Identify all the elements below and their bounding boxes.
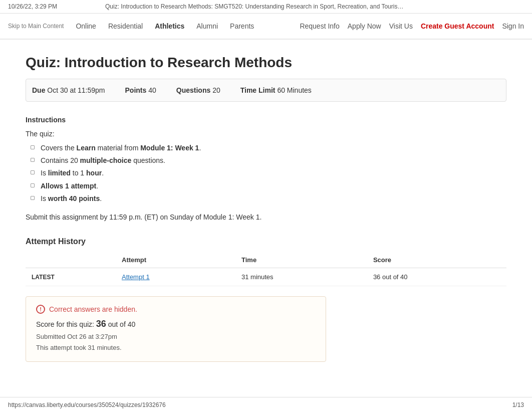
questions-value: 20 xyxy=(212,86,220,94)
attempt-table-header-row: Attempt Time Score xyxy=(26,252,506,268)
col-header-time: Time xyxy=(235,252,367,268)
questions-label: Questions xyxy=(176,86,210,94)
bullet-2: Contains 20 multiple-choice questions. xyxy=(36,154,506,167)
datetime: 10/26/22, 3:29 PM xyxy=(8,3,57,10)
attempt-table-header: Attempt Time Score xyxy=(26,252,506,268)
bullet-1: Covers the Learn material from Module 1:… xyxy=(36,142,506,154)
score-out-of: out of 40 xyxy=(108,320,136,328)
bullet-3: Is limited to 1 hour. xyxy=(36,167,506,179)
nav-create-guest[interactable]: Create Guest Account xyxy=(421,20,494,32)
bullet-5: Is worth 40 points. xyxy=(36,192,506,205)
submit-text: Submit this assignment by 11:59 p.m. (ET… xyxy=(26,213,506,221)
submitted-label: Submitted Oct 26 at 3:27pm xyxy=(36,331,316,342)
nav-item-athletics[interactable]: Athletics xyxy=(155,20,184,32)
quiz-time-limit: Time Limit 60 Minutes xyxy=(240,86,312,94)
row-status: LATEST xyxy=(26,268,116,286)
time-limit-value: 60 Minutes xyxy=(277,86,311,94)
nav-left: Skip to Main Content Online Residential … xyxy=(8,20,254,32)
quiz-title: Quiz: Introduction to Research Methods xyxy=(26,55,506,71)
due-label: Due xyxy=(32,86,45,94)
attempt-history-title: Attempt History xyxy=(26,237,506,246)
info-icon: ! xyxy=(36,305,45,314)
time-limit-label: Time Limit xyxy=(240,86,276,94)
nav-bar: Skip to Main Content Online Residential … xyxy=(0,14,532,40)
correct-answers-hidden: ! Correct answers are hidden. xyxy=(36,305,316,314)
row-score: 36 out of 40 xyxy=(367,268,506,286)
col-header-attempt: Attempt xyxy=(116,252,235,268)
col-header-score: Score xyxy=(367,252,506,268)
footer-url: https://canvas.liberty.edu/courses/35052… xyxy=(8,401,166,408)
top-bar: 10/26/22, 3:29 PM Quiz: Introduction to … xyxy=(0,0,532,14)
col-header-status xyxy=(26,252,116,268)
due-value: Oct 30 at 11:59pm xyxy=(47,86,105,94)
attempt-took: This attempt took 31 minutes. xyxy=(36,342,316,353)
instructions-title: Instructions xyxy=(26,116,506,124)
attempt-table-body: LATEST Attempt 1 31 minutes 36 out of 40 xyxy=(26,268,506,286)
main-content: Quiz: Introduction to Research Methods D… xyxy=(16,40,516,377)
footer-page: 1/13 xyxy=(512,401,524,408)
table-row: LATEST Attempt 1 31 minutes 36 out of 40 xyxy=(26,268,506,286)
score-number: 36 xyxy=(96,319,106,329)
nav-item-online[interactable]: Online xyxy=(76,20,96,32)
quiz-due: Due Oct 30 at 11:59pm xyxy=(32,86,105,94)
quiz-bullets: Covers the Learn material from Module 1:… xyxy=(36,142,506,205)
quiz-meta: Due Oct 30 at 11:59pm Points 40 Question… xyxy=(26,79,506,102)
nav-item-alumni[interactable]: Alumni xyxy=(196,20,218,32)
nav-right: Request Info Apply Now Visit Us Create G… xyxy=(300,20,524,32)
nav-skip-link[interactable]: Skip to Main Content xyxy=(8,21,64,32)
row-attempt: Attempt 1 xyxy=(116,268,235,286)
nav-request-info[interactable]: Request Info xyxy=(300,20,339,32)
attempt-table: Attempt Time Score LATEST Attempt 1 31 m… xyxy=(26,252,506,286)
hidden-message: Correct answers are hidden. xyxy=(49,305,137,313)
nav-apply-now[interactable]: Apply Now xyxy=(348,20,381,32)
page-tab-title: Quiz: Introduction to Research Methods: … xyxy=(105,3,406,10)
score-line: Score for this quiz: 36 out of 40 xyxy=(36,319,316,329)
instructions-section: Instructions The quiz: Covers the Learn … xyxy=(26,116,506,221)
score-summary: ! Correct answers are hidden. Score for … xyxy=(26,296,326,362)
points-value: 40 xyxy=(148,86,156,94)
points-label: Points xyxy=(125,86,147,94)
quiz-points: Points 40 xyxy=(125,86,156,94)
score-label: Score for this quiz: xyxy=(36,320,96,328)
latest-badge: LATEST xyxy=(32,274,55,281)
top-bar-left: 10/26/22, 3:29 PM xyxy=(8,3,57,10)
row-time: 31 minutes xyxy=(235,268,367,286)
bullet-4: Allows 1 attempt. xyxy=(36,180,506,192)
attempt-history-section: Attempt History Attempt Time Score LATES… xyxy=(26,237,506,286)
quiz-questions: Questions 20 xyxy=(176,86,220,94)
nav-sign-in[interactable]: Sign In xyxy=(502,20,524,32)
nav-item-parents[interactable]: Parents xyxy=(230,20,254,32)
nav-item-residential[interactable]: Residential xyxy=(108,20,143,32)
nav-visit-us[interactable]: Visit Us xyxy=(389,20,413,32)
page-footer: https://canvas.liberty.edu/courses/35052… xyxy=(0,397,532,412)
attempt-link[interactable]: Attempt 1 xyxy=(122,273,150,281)
the-quiz-label: The quiz: xyxy=(26,130,506,138)
